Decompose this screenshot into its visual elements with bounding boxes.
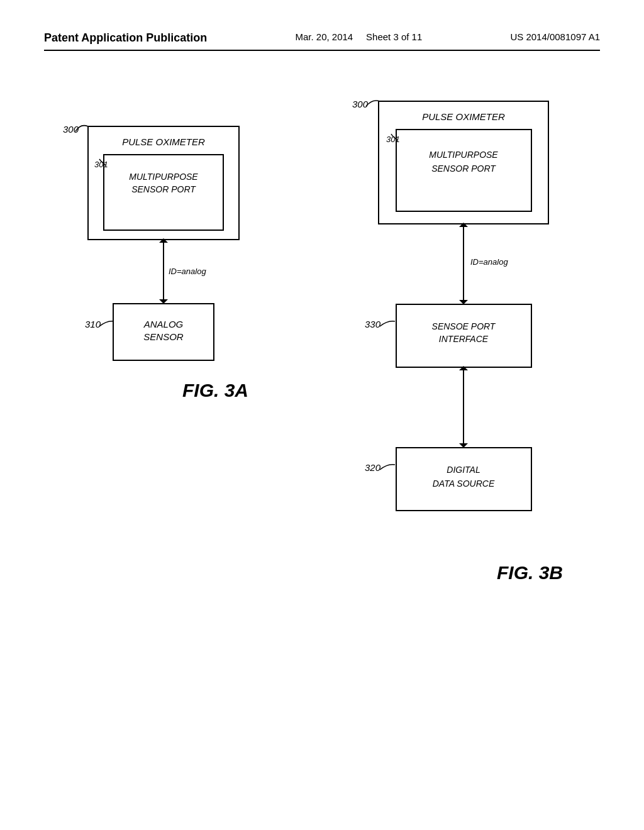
fig-3a-svg: 300 PULSE OXIMETER 301 MULTIPURPOSE SENS…: [57, 114, 270, 491]
sheet-info: Sheet 3 of 11: [366, 31, 422, 42]
pulse-oximeter-label-left: PULSE OXIMETER: [122, 136, 205, 147]
page: Patent Application Publication Mar. 20, …: [0, 0, 644, 830]
diagrams-area: 300 PULSE OXIMETER 301 MULTIPURPOSE SENS…: [44, 89, 600, 780]
fig-3b-label: FIG. 3B: [497, 562, 563, 583]
id-analog-left: ID=analog: [169, 267, 206, 276]
data-source-label: DATA SOURCE: [433, 479, 495, 489]
ref-310-left: 310: [85, 319, 101, 329]
patent-number: US 2014/0081097 A1: [510, 31, 600, 42]
multipurpose-label-right: MULTIPURPOSE: [429, 150, 498, 160]
id-analog-right: ID=analog: [470, 257, 508, 267]
digital-label: DIGITAL: [447, 465, 480, 475]
publication-date: Mar. 20, 2014: [295, 31, 353, 42]
date-sheet: Mar. 20, 2014 Sheet 3 of 11: [295, 31, 422, 42]
fig-3b-diagram: 300 PULSE OXIMETER 301 MULTIPURPOSE SENS…: [346, 89, 610, 705]
analog-label: ANALOG: [143, 319, 184, 329]
sensor-port-label-right: SENSOR PORT: [431, 163, 496, 174]
multipurpose-label-left: MULTIPURPOSE: [129, 172, 198, 182]
svg-marker-10: [459, 300, 468, 304]
ref-330-right: 330: [365, 319, 381, 329]
svg-marker-14: [459, 443, 468, 448]
svg-marker-4: [159, 299, 168, 304]
sensor-port-label-left: SENSOR PORT: [131, 184, 196, 194]
page-header: Patent Application Publication Mar. 20, …: [44, 31, 600, 51]
pulse-oximeter-label-right: PULSE OXIMETER: [422, 111, 505, 122]
fig-3b-svg: 300 PULSE OXIMETER 301 MULTIPURPOSE SENS…: [346, 89, 610, 705]
publication-title: Patent Application Publication: [44, 31, 207, 45]
ref-320-right: 320: [365, 462, 381, 473]
sensor-label: SENSOR: [143, 331, 184, 342]
fig-3a-diagram: 300 PULSE OXIMETER 301 MULTIPURPOSE SENS…: [57, 114, 296, 491]
ref-300-right: 300: [352, 99, 369, 109]
sensoe-port-label: SENSOE PORT: [432, 321, 496, 331]
interface-label: INTERFACE: [439, 334, 489, 344]
fig-3a-label: FIG. 3A: [182, 380, 248, 401]
